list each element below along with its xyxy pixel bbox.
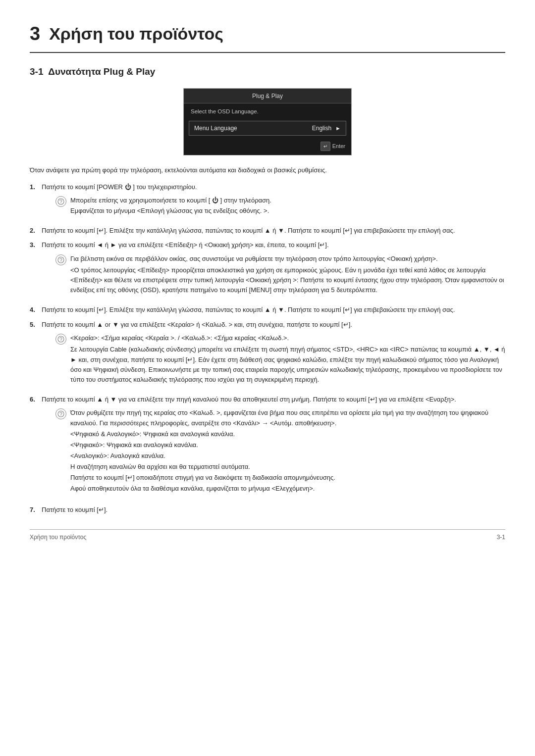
step-1: 1. Πατήστε το κουμπί [POWER ⏻ ] του τηλε…: [30, 182, 505, 221]
step-6-bullet-2: <Ψηφιακό & Αναλογικό>: Ψηφιακά και αναλο…: [70, 429, 505, 439]
step-1-notes: Μπορείτε επίσης να χρησιμοποιήσετε το κο…: [55, 196, 505, 215]
step-3: 3. Πατήστε το κουμπί ◄ ή ► για να επιλέξ…: [30, 240, 505, 300]
step-7: 7. Πατήστε το κουμπί [↵].: [30, 505, 505, 515]
section-title: 3-1 Δυνατότητα Plug & Play: [30, 66, 155, 77]
step-7-number: 7.: [30, 505, 39, 515]
osd-menu-row: Menu Language English ►: [189, 121, 346, 136]
osd-dialog: Plug & Play Select the OSD Language. Men…: [183, 88, 352, 155]
footer-left: Χρήση του προϊόντος: [30, 533, 86, 542]
step-3-note-content: Για βέλτιστη εικόνα σε περιβάλλον οικίας…: [70, 254, 505, 296]
osd-menu-value: English: [312, 124, 331, 133]
step-1-bullet-1: Μπορείτε επίσης να χρησιμοποιήσετε το κο…: [70, 196, 271, 205]
step-6-bullet-7: Αφού αποθηκευτούν όλα τα διαθέσιμα κανάλ…: [70, 484, 505, 494]
step-3-bullet-2: <Ο τρόπος λειτουργίας <Επίδειξη> προορίζ…: [70, 265, 505, 295]
osd-subtitle: Select the OSD Language.: [184, 103, 351, 119]
note-icon-3: [55, 254, 66, 265]
step-6-note-icon: Όταν ρυθμίζετε την πηγή της κεραίας στο …: [55, 408, 505, 495]
osd-enter-label: Enter: [332, 142, 345, 151]
svg-point-2: [58, 257, 64, 263]
svg-point-6: [58, 411, 64, 417]
step-3-content: Πατήστε το κουμπί ◄ ή ► για να επιλέξετε…: [42, 240, 505, 300]
osd-enter-icon: ↵: [321, 142, 330, 151]
chapter-number: 3: [30, 20, 40, 48]
step-5-note-content: <Κεραία>: <Σήμα κεραίας <Κεραία >. / <Κα…: [70, 333, 505, 385]
section-header: 3-1 Δυνατότητα Plug & Play: [30, 65, 505, 79]
step-1-note-icon: Μπορείτε επίσης να χρησιμοποιήσετε το κο…: [55, 196, 505, 215]
note-icon-6: [55, 408, 66, 419]
step-7-content: Πατήστε το κουμπί [↵].: [42, 505, 505, 515]
osd-arrow-icon: ►: [335, 124, 341, 133]
note-icon-1: [55, 196, 66, 207]
step-4-content: Πατήστε το κουμπί [↵]. Επιλέξτε την κατά…: [42, 305, 505, 315]
step-5-notes: <Κεραία>: <Σήμα κεραίας <Κεραία >. / <Κα…: [55, 333, 505, 385]
page-footer: Χρήση του προϊόντος 3-1: [30, 529, 505, 542]
step-1-content: Πατήστε το κουμπί [POWER ⏻ ] του τηλεχει…: [42, 182, 505, 221]
step-6-content: Πατήστε το κουμπί ▲ ή ▼ για να επιλέξετε…: [42, 395, 505, 500]
step-2: 2. Πατήστε το κουμπί [↵]. Επιλέξτε την κ…: [30, 226, 505, 236]
step-6-bullet-5: Η αναζήτηση καναλιών θα αρχίσει και θα τ…: [70, 462, 505, 472]
step-1-note-content: Μπορείτε επίσης να χρησιμοποιήσετε το κο…: [70, 196, 271, 215]
step-6-bullet-6: Πατήστε το κουμπί [↵] οποιαδήποτε στιγμή…: [70, 473, 505, 483]
svg-point-7: [60, 415, 61, 416]
step-6-bullet-4: <Αναλογικό>: Αναλογικά κανάλια.: [70, 451, 505, 461]
steps-container: 1. Πατήστε το κουμπί [POWER ⏻ ] του τηλε…: [30, 182, 505, 514]
step-6-bullet-1: Όταν ρυθμίζετε την πηγή της κεραίας στο …: [70, 408, 505, 428]
step-6-bullet-3: <Ψηφιακό>: Ψηφιακά και αναλογικά κανάλια…: [70, 440, 505, 450]
step-4: 4. Πατήστε το κουμπί [↵]. Επιλέξτε την κ…: [30, 305, 505, 315]
step-5-bullet-2: Σε λειτουργία Cable (καλωδιακής σύνδεσης…: [70, 345, 505, 385]
osd-title: Plug & Play: [184, 89, 351, 103]
svg-point-4: [58, 336, 64, 342]
svg-point-0: [58, 199, 64, 204]
osd-enter-bar: ↵ Enter: [184, 140, 351, 155]
step-5-note-icon: <Κεραία>: <Σήμα κεραίας <Κεραία >. / <Κα…: [55, 333, 505, 385]
step-5-content: Πατήστε το κουμπί ▲ or ▼ για να επιλέξετ…: [42, 320, 505, 390]
step-2-content: Πατήστε το κουμπί [↵]. Επιλέξτε την κατά…: [42, 226, 505, 236]
step-6-notes: Όταν ρυθμίζετε την πηγή της κεραίας στο …: [55, 408, 505, 495]
footer-right: 3-1: [497, 533, 505, 542]
step-1-text: Πατήστε το κουμπί [POWER ⏻ ] του τηλεχει…: [42, 183, 197, 191]
step-6-note-content: Όταν ρυθμίζετε την πηγή της κεραίας στο …: [70, 408, 505, 495]
step-6: 6. Πατήστε το κουμπί ▲ ή ▼ για να επιλέξ…: [30, 395, 505, 500]
chapter-title: Χρήση του προϊόντος: [49, 21, 223, 47]
step-3-number: 3.: [30, 240, 39, 300]
step-2-number: 2.: [30, 226, 39, 236]
step-5-bullet-1: <Κεραία>: <Σήμα κεραίας <Κεραία >. / <Κα…: [70, 333, 505, 343]
step-3-notes: Για βέλτιστη εικόνα σε περιβάλλον οικίας…: [55, 254, 505, 296]
page-header: 3 Χρήση του προϊόντος: [30, 20, 505, 53]
step-2-text: Πατήστε το κουμπί [↵]. Επιλέξτε την κατά…: [42, 227, 455, 234]
step-3-note-icon: Για βέλτιστη εικόνα σε περιβάλλον οικίας…: [55, 254, 505, 296]
step-3-text: Πατήστε το κουμπί ◄ ή ► για να επιλέξετε…: [42, 241, 329, 249]
step-1-number: 1.: [30, 182, 39, 221]
step-5-text: Πατήστε το κουμπί ▲ or ▼ για να επιλέξετ…: [42, 321, 352, 328]
step-3-bullet-1: Για βέλτιστη εικόνα σε περιβάλλον οικίας…: [70, 254, 505, 264]
step-7-text: Πατήστε το κουμπί [↵].: [42, 506, 107, 513]
step-6-text: Πατήστε το κουμπί ▲ ή ▼ για να επιλέξετε…: [42, 396, 456, 403]
svg-point-1: [60, 203, 61, 203]
step-5-number: 5.: [30, 320, 39, 390]
step-5: 5. Πατήστε το κουμπί ▲ or ▼ για να επιλέ…: [30, 320, 505, 390]
svg-point-3: [60, 261, 61, 262]
step-6-number: 6.: [30, 395, 39, 500]
svg-point-5: [60, 341, 61, 341]
step-1-bullet-2: Εμφανίζεται το μήνυμα <Επιλογή γλώσσας γ…: [70, 206, 271, 216]
intro-text: Όταν ανάψετε για πρώτη φορά την τηλεόρασ…: [30, 165, 505, 175]
step-4-text: Πατήστε το κουμπί [↵]. Επιλέξτε την κατά…: [42, 306, 455, 313]
osd-menu-label: Menu Language: [194, 124, 237, 133]
step-4-number: 4.: [30, 305, 39, 315]
note-icon-5: [55, 334, 66, 345]
